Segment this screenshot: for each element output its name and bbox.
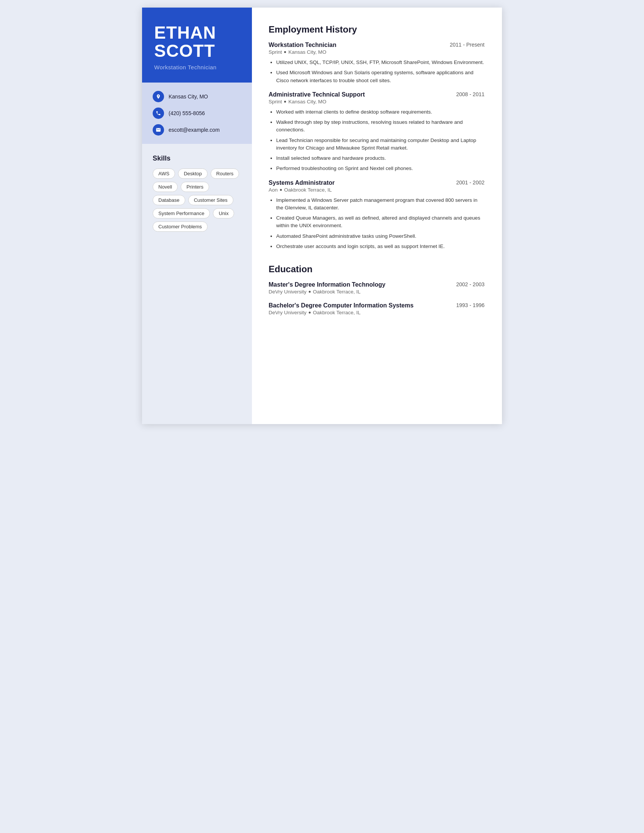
skill-tag: Database [153, 195, 185, 205]
skills-heading: Skills [153, 154, 242, 162]
sidebar-header: ETHAN SCOTT Workstation Technician [142, 8, 252, 82]
skill-tag: Customer Problems [153, 222, 208, 232]
job-bullets: Worked with internal clients to define d… [269, 108, 485, 173]
job-header: Administrative Technical Support 2008 - … [269, 91, 485, 98]
sidebar: ETHAN SCOTT Workstation Technician Kansa… [142, 8, 252, 424]
school-location: Oakbrook Terrace, IL [313, 289, 361, 294]
edu-header: Bachelor's Degree Computer Information S… [269, 302, 485, 309]
skill-tag: Routers [211, 169, 240, 179]
school-name: DeVry University [269, 289, 306, 294]
job-company: Sprint Kansas City, MO [269, 99, 485, 105]
job-dates: 2001 - 2002 [456, 180, 485, 185]
bullet-item: Walked through step by step instructions… [276, 119, 485, 134]
bullet-item: Performed troubleshooting on Sprint and … [276, 165, 485, 172]
bullet-item: Automated SharePoint administrative task… [276, 233, 485, 240]
bullet-item: Orchestrate user accounts and login scri… [276, 243, 485, 250]
company-location: Kansas City, MO [288, 49, 326, 55]
education-container: Master's Degree Information Technology 2… [269, 281, 485, 315]
job-header: Systems Administrator 2001 - 2002 [269, 180, 485, 186]
education-heading: Education [269, 264, 485, 275]
phone-text: (420) 555-8056 [169, 110, 205, 116]
email-item: escott@example.com [153, 124, 242, 135]
skill-tag: Customer Sites [188, 195, 233, 205]
skill-tag: Printers [181, 182, 209, 192]
skill-tag: AWS [153, 169, 175, 179]
email-icon [153, 124, 164, 135]
job-title: Workstation Technician [269, 42, 336, 48]
skill-tag: Desktop [178, 169, 208, 179]
job-dates: 2011 - Present [450, 42, 485, 48]
edu-header: Master's Degree Information Technology 2… [269, 281, 485, 288]
skills-grid: AWSDesktopRoutersNovellPrintersDatabaseC… [153, 169, 242, 232]
contact-section: Kansas City, MO (420) 555-8056 escott@ex… [142, 82, 252, 144]
job-item: Administrative Technical Support 2008 - … [269, 91, 485, 173]
education-item: Bachelor's Degree Computer Information S… [269, 302, 485, 315]
bullet-item: Implemented a Windows Server patch manag… [276, 196, 485, 212]
bullet-separator [309, 291, 311, 293]
bullet-item: Utilized UNIX, SQL, TCP/IP, UNIX, SSH, F… [276, 59, 485, 66]
edu-dates: 2002 - 2003 [456, 281, 485, 287]
edu-school: DeVry University Oakbrook Terrace, IL [269, 310, 485, 315]
edu-degree: Bachelor's Degree Computer Information S… [269, 302, 414, 309]
bullet-item: Worked with internal clients to define d… [276, 108, 485, 116]
phone-item: (420) 555-8056 [153, 108, 242, 119]
school-location: Oakbrook Terrace, IL [313, 310, 361, 315]
skills-section: Skills AWSDesktopRoutersNovellPrintersDa… [142, 144, 252, 424]
company-name: Sprint [269, 99, 282, 105]
main-content: Employment History Workstation Technicia… [252, 8, 502, 424]
education-section: Education Master's Degree Information Te… [269, 264, 485, 315]
bullet-separator [284, 101, 286, 103]
first-name: ETHAN [154, 23, 216, 42]
bullet-separator [309, 312, 311, 314]
company-name: Aon [269, 187, 278, 193]
employment-section: Employment History Workstation Technicia… [269, 24, 485, 250]
job-company: Aon Oakbrook Terrace, IL [269, 187, 485, 193]
job-header: Workstation Technician 2011 - Present [269, 42, 485, 48]
job-title: Administrative Technical Support [269, 91, 365, 98]
education-item: Master's Degree Information Technology 2… [269, 281, 485, 294]
last-name: SCOTT [154, 41, 215, 61]
jobs-container: Workstation Technician 2011 - Present Sp… [269, 42, 485, 250]
bullet-item: Lead Technician responsible for securing… [276, 137, 485, 152]
job-dates: 2008 - 2011 [456, 91, 485, 97]
candidate-title: Workstation Technician [154, 64, 240, 71]
bullet-separator [284, 51, 286, 53]
bullet-item: Used Microsoft Windows and Sun Solaris o… [276, 69, 485, 84]
employment-heading: Employment History [269, 24, 485, 35]
edu-school: DeVry University Oakbrook Terrace, IL [269, 289, 485, 294]
location-item: Kansas City, MO [153, 91, 242, 102]
job-bullets: Utilized UNIX, SQL, TCP/IP, UNIX, SSH, F… [269, 59, 485, 84]
candidate-name: ETHAN SCOTT [154, 24, 240, 60]
company-location: Oakbrook Terrace, IL [284, 187, 332, 193]
email-text: escott@example.com [169, 127, 220, 133]
job-title: Systems Administrator [269, 180, 335, 186]
company-name: Sprint [269, 49, 282, 55]
skill-tag: Novell [153, 182, 178, 192]
phone-icon [153, 108, 164, 119]
bullet-separator [280, 189, 282, 191]
bullet-item: Install selected software and hardware p… [276, 154, 485, 162]
location-icon [153, 91, 164, 102]
location-text: Kansas City, MO [169, 93, 208, 100]
skill-tag: Unix [213, 208, 234, 219]
job-item: Workstation Technician 2011 - Present Sp… [269, 42, 485, 84]
job-company: Sprint Kansas City, MO [269, 49, 485, 55]
skill-tag: System Performance [153, 208, 210, 219]
bullet-item: Created Queue Managers, as well as defin… [276, 214, 485, 230]
school-name: DeVry University [269, 310, 306, 315]
job-bullets: Implemented a Windows Server patch manag… [269, 196, 485, 251]
resume-container: ETHAN SCOTT Workstation Technician Kansa… [142, 8, 502, 424]
edu-dates: 1993 - 1996 [456, 302, 485, 308]
company-location: Kansas City, MO [288, 99, 326, 105]
edu-degree: Master's Degree Information Technology [269, 281, 385, 288]
job-item: Systems Administrator 2001 - 2002 Aon Oa… [269, 180, 485, 251]
